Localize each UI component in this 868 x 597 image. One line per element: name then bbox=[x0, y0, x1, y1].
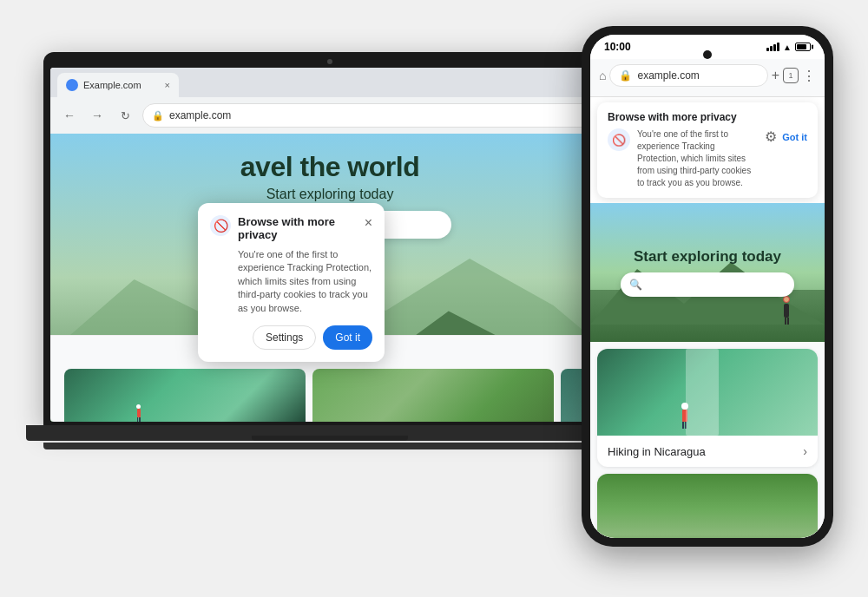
phone-popup-text: You're one of the first to experience Tr… bbox=[637, 128, 758, 189]
phone-figure-head bbox=[783, 296, 790, 303]
signal-bar-3 bbox=[773, 44, 776, 51]
phone-url-security-icon: 🔒 bbox=[619, 69, 632, 82]
signal-bar-4 bbox=[777, 43, 779, 51]
phone-new-tab-button[interactable]: + bbox=[772, 68, 779, 83]
forward-button[interactable]: → bbox=[87, 105, 108, 126]
phone-popup-settings-icon[interactable]: ⚙ bbox=[765, 128, 777, 145]
popup-title: Browse with more privacy bbox=[238, 215, 361, 241]
address-lock-icon: 🔒 bbox=[152, 110, 164, 121]
phone-card-hiking-label-row: Hiking in Nicaragua › bbox=[597, 436, 818, 467]
popup-actions: Settings Got it bbox=[210, 325, 372, 350]
phone-popup-actions: ⚙ Got it bbox=[765, 128, 807, 145]
phone-card-hiking-label: Hiking in Nicaragua bbox=[608, 445, 706, 458]
hero-main-text: avel the world bbox=[50, 151, 609, 183]
scene: Example.com × ← → ↻ 🔒 example.com bbox=[0, 0, 868, 597]
popup-privacy-icon: 🚫 bbox=[214, 219, 228, 233]
hiker-leg-l bbox=[682, 422, 684, 429]
laptop-hiker-figure bbox=[136, 404, 141, 422]
battery-fill bbox=[797, 44, 806, 49]
popup-header: 🚫 Browse with more privacy × bbox=[210, 215, 372, 241]
laptop-camera bbox=[327, 59, 332, 64]
phone-camera bbox=[703, 50, 712, 59]
phone-card-cabin-image bbox=[597, 474, 818, 538]
phone-popup-title: Browse with more privacy bbox=[608, 111, 807, 123]
tab-label: Example.com bbox=[83, 80, 160, 90]
phone-card-cabin[interactable] bbox=[597, 474, 818, 538]
browser-tab[interactable]: Example.com × bbox=[57, 73, 179, 97]
refresh-button[interactable]: ↻ bbox=[115, 105, 135, 126]
signal-bar-2 bbox=[770, 46, 773, 51]
phone-time: 10:00 bbox=[604, 41, 631, 53]
popup-privacy-icon-wrap: 🚫 bbox=[210, 215, 231, 236]
hiker-head bbox=[681, 403, 688, 410]
laptop-screen: Example.com × ← → ↻ 🔒 example.com bbox=[50, 68, 609, 422]
tab-favicon bbox=[66, 79, 78, 91]
phone-menu-button[interactable]: ⋮ bbox=[802, 68, 816, 84]
address-bar[interactable]: 🔒 example.com bbox=[142, 103, 601, 128]
hiker-leg-r bbox=[685, 422, 687, 429]
card-cabin[interactable] bbox=[312, 369, 554, 422]
phone-figure-leg-r bbox=[787, 318, 789, 325]
phone-cards: Hiking in Nicaragua › bbox=[590, 342, 825, 538]
phone-figure-leg-l bbox=[785, 318, 786, 325]
laptop-base bbox=[26, 425, 634, 441]
card-grid bbox=[57, 369, 602, 422]
phone-hero-title: Start exploring today bbox=[634, 248, 781, 266]
popup-body-text: You're one of the first to experience Tr… bbox=[210, 248, 372, 315]
signal-bar-1 bbox=[766, 48, 769, 51]
signal-bars-icon bbox=[766, 43, 779, 51]
tab-close-button[interactable]: × bbox=[165, 80, 170, 90]
tab-bar: Example.com × bbox=[50, 68, 609, 97]
popup-got-it-button[interactable]: Got it bbox=[323, 325, 372, 350]
phone-hero-search[interactable]: 🔍 bbox=[621, 272, 794, 297]
phone-figure-legs bbox=[783, 318, 790, 325]
card-waterfall[interactable] bbox=[64, 369, 306, 422]
phone-tab-count[interactable]: 1 bbox=[783, 68, 799, 83]
phone-card-hiking-image bbox=[597, 349, 818, 436]
laptop-hiker-legs bbox=[137, 417, 141, 422]
phone-card-hiking-chevron: › bbox=[803, 444, 807, 458]
phone-home-icon[interactable]: ⌂ bbox=[599, 69, 606, 82]
laptop-stand-line bbox=[43, 443, 616, 449]
phone-url-text: example.com bbox=[637, 69, 758, 82]
phone-address-top-row: ⌂ 🔒 example.com + 1 ⋮ bbox=[599, 64, 816, 87]
hiker-legs bbox=[682, 422, 687, 429]
phone-body: 10:00 ▲ bbox=[582, 26, 833, 547]
phone-address-bar[interactable]: 🔒 example.com bbox=[609, 64, 767, 87]
laptop-hiker-leg-r bbox=[139, 417, 141, 422]
hiker-body bbox=[682, 410, 687, 422]
battery-icon bbox=[795, 43, 811, 51]
phone-status-icons: ▲ bbox=[766, 43, 811, 52]
address-text: example.com bbox=[169, 109, 231, 121]
phone-search-icon: 🔍 bbox=[629, 279, 642, 291]
phone-popup-got-it-button[interactable]: Got it bbox=[782, 132, 807, 142]
phone-device: 10:00 ▲ bbox=[582, 26, 833, 555]
laptop-hiker-leg-l bbox=[137, 417, 139, 422]
privacy-popup: 🚫 Browse with more privacy × You're one … bbox=[198, 203, 385, 362]
phone-popup-row: 🚫 You're one of the first to experience … bbox=[608, 128, 807, 189]
phone-popup-privacy-icon: 🚫 bbox=[608, 128, 630, 151]
phone-privacy-popup: Browse with more privacy 🚫 You're one of… bbox=[597, 102, 818, 198]
back-button[interactable]: ← bbox=[59, 105, 80, 126]
phone-hero-figure bbox=[783, 296, 790, 325]
browser-chrome: Example.com × ← → ↻ 🔒 example.com bbox=[50, 68, 609, 134]
battery-tip bbox=[812, 45, 813, 49]
wifi-icon: ▲ bbox=[783, 43, 792, 52]
phone-hero: Start exploring today 🔍 bbox=[590, 203, 825, 342]
phone-chrome: ⌂ 🔒 example.com + 1 ⋮ bbox=[590, 59, 825, 97]
phone-figure-body bbox=[784, 304, 789, 318]
hero-sub-text: Start exploring today bbox=[50, 187, 609, 202]
phone-screen: 10:00 ▲ bbox=[590, 35, 825, 538]
popup-settings-button[interactable]: Settings bbox=[253, 325, 316, 350]
phone-card-hiking[interactable]: Hiking in Nicaragua › bbox=[597, 349, 818, 467]
address-bar-row: ← → ↻ 🔒 example.com bbox=[50, 97, 609, 134]
hiker-figure bbox=[681, 403, 688, 429]
popup-close-button[interactable]: × bbox=[365, 215, 372, 231]
laptop-screen-body: Example.com × ← → ↻ 🔒 example.com bbox=[43, 52, 616, 425]
laptop-hiker-body bbox=[137, 409, 141, 417]
laptop-device: Example.com × ← → ↻ 🔒 example.com bbox=[43, 52, 616, 555]
